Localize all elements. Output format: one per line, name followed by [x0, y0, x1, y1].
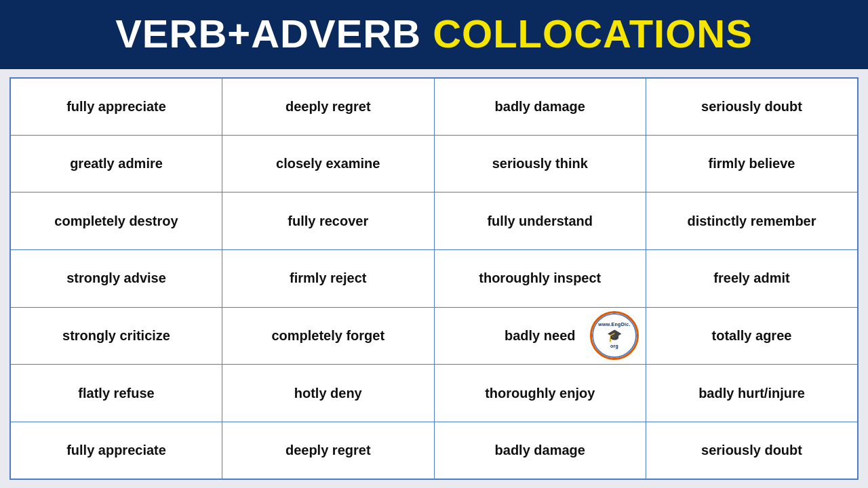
table-cell: badly damage	[434, 422, 646, 479]
table-cell: flatly refuse	[10, 365, 222, 422]
table-cell: seriously think	[434, 135, 646, 192]
title-prefix: VERB+ADVERB	[115, 12, 433, 56]
table-cell: fully appreciate	[10, 422, 222, 479]
table-cell: strongly advise	[10, 250, 222, 308]
title: VERB+ADVERB COLLOCATIONS	[20, 12, 848, 56]
table-cell: freely admit	[646, 250, 859, 308]
table-cell: fully understand	[434, 192, 646, 250]
table-cell: badly hurt/injure	[646, 365, 859, 422]
table-cell: fully recover	[222, 192, 435, 250]
title-suffix: COLLOCATIONS	[433, 12, 753, 56]
table-cell: firmly believe	[646, 135, 859, 192]
table-cell: fully appreciate	[10, 78, 222, 136]
page-container: VERB+ADVERB COLLOCATIONS fully appreciat…	[0, 0, 868, 488]
table-cell: totally agree	[646, 307, 859, 365]
table-cell: badly needwww.EngDic.🎓org	[434, 307, 646, 365]
table-cell: distinctly remember	[646, 192, 859, 250]
table-cell: thoroughly inspect	[434, 250, 646, 308]
table-cell: completely destroy	[10, 192, 222, 250]
table-cell: completely forget	[222, 307, 435, 365]
table-cell: badly damage	[434, 78, 646, 136]
table-cell: deeply regret	[222, 78, 435, 136]
table-cell: strongly criticize	[10, 307, 222, 365]
table-cell: seriously doubt	[646, 422, 859, 479]
collocations-table: fully appreciatedeeply regretbadly damag…	[9, 77, 859, 480]
table-cell: seriously doubt	[646, 78, 859, 136]
table-cell: thoroughly enjoy	[434, 365, 646, 422]
table-cell: greatly admire	[10, 135, 222, 192]
table-cell: deeply regret	[222, 422, 435, 479]
table-cell: hotly deny	[222, 365, 435, 422]
engdic-logo: www.EngDic.🎓org	[590, 311, 639, 360]
table-cell: firmly reject	[222, 250, 435, 308]
table-wrapper: fully appreciatedeeply regretbadly damag…	[0, 69, 868, 488]
table-cell: closely examine	[222, 135, 435, 192]
header-section: VERB+ADVERB COLLOCATIONS	[0, 0, 868, 69]
